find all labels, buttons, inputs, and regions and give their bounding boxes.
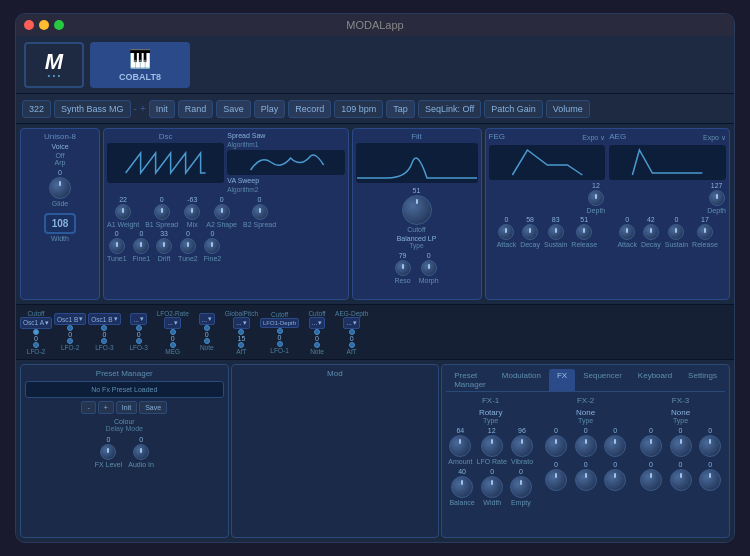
fx2-knob4[interactable] — [545, 469, 567, 491]
fx1-amount-label: Amount — [448, 458, 472, 465]
maximize-button[interactable] — [54, 20, 64, 30]
filter-type-val: Balanced LP — [356, 235, 478, 242]
feg-release-knob[interactable] — [576, 224, 592, 240]
fx3-knob5[interactable] — [670, 469, 692, 491]
minimize-button[interactable] — [39, 20, 49, 30]
fx1-empty-knob[interactable] — [510, 476, 532, 498]
tab-fx[interactable]: FX — [549, 369, 575, 391]
tab-settings[interactable]: Settings — [680, 369, 725, 391]
tune2-label: Tune2 — [178, 255, 198, 262]
fx2-knob5[interactable] — [575, 469, 597, 491]
fx2-knob6[interactable] — [604, 469, 626, 491]
play-button[interactable]: Play — [254, 100, 286, 118]
fx1-lforate-label: LFO Rate — [477, 458, 507, 465]
logo-area: M • • • — [24, 42, 84, 88]
fx3-knob3[interactable] — [699, 435, 721, 457]
fx1-width-knob[interactable] — [481, 476, 503, 498]
reso-knob[interactable] — [395, 260, 411, 276]
tab-keyboard[interactable]: Keyboard — [630, 369, 680, 391]
feg-depth-knob[interactable] — [588, 190, 604, 206]
preset-display[interactable]: 🎹 COBALT8 — [90, 42, 190, 88]
pm-init-btn[interactable]: Init — [116, 401, 137, 414]
close-button[interactable] — [24, 20, 34, 30]
aeg-label: AEG — [609, 132, 626, 141]
tb-sep2: + — [140, 103, 146, 114]
aeg-attack-knob[interactable] — [619, 224, 635, 240]
b2spread-knob[interactable] — [252, 204, 268, 220]
feg-attack-knob[interactable] — [498, 224, 514, 240]
mod-osc1b2-dropdown[interactable]: Osc1 B ▾ — [88, 313, 120, 325]
tb-sep1: - — [134, 103, 137, 114]
a1weight-knob[interactable] — [115, 204, 131, 220]
aeg-sustain-knob[interactable] — [668, 224, 684, 240]
mod-cutoff3-label: Cutoff — [308, 310, 325, 317]
glide-knob[interactable] — [49, 177, 71, 199]
fx1-amount-knob[interactable] — [449, 435, 471, 457]
pm-plus-btn[interactable]: + — [98, 401, 114, 414]
mod-col7-dropdown[interactable]: ... ▾ — [233, 317, 249, 329]
tap-button[interactable]: Tap — [386, 100, 415, 118]
feg-decay-knob[interactable] — [522, 224, 538, 240]
main-content: Unison-8 Voice Off Arp 0 Glide 108 Width — [16, 124, 734, 542]
fx2-knob1[interactable] — [545, 435, 567, 457]
morph-knob[interactable] — [421, 260, 437, 276]
mod-col10-dropdown[interactable]: ... ▾ — [343, 317, 359, 329]
init-button[interactable]: Init — [149, 100, 175, 118]
mod-lfo3-2-label: LFO-3 — [129, 344, 147, 351]
rand-button[interactable]: Rand — [178, 100, 214, 118]
aeg-depth-val: 127 — [711, 182, 723, 189]
algo2-label: Algorithm2 — [227, 186, 344, 193]
record-button[interactable]: Record — [288, 100, 331, 118]
fx3-type-name: None — [636, 408, 725, 417]
mod-col6-dropdown[interactable]: ... ▾ — [199, 313, 215, 325]
mod-osc1a-dropdown[interactable]: Osc1 A ▾ — [20, 317, 52, 329]
mod-col9-dropdown[interactable]: ... ▾ — [309, 317, 325, 329]
save-button[interactable]: Save — [216, 100, 251, 118]
fx2-col: FX-2 None Type 0 — [541, 396, 630, 506]
bottom-section: Preset Manager No Fx Preset Loaded - + I… — [16, 360, 734, 542]
fxlevel-knob[interactable] — [100, 444, 116, 460]
keyboard-icon: 🎹 — [129, 48, 151, 70]
aeg-decay-knob[interactable] — [643, 224, 659, 240]
fine2-knob[interactable] — [204, 238, 220, 254]
tune1-knob[interactable] — [109, 238, 125, 254]
cutoff-knob[interactable] — [402, 195, 432, 225]
b1spread-knob[interactable] — [154, 204, 170, 220]
fx3-knob2[interactable] — [670, 435, 692, 457]
fx1-balance-knob[interactable] — [451, 476, 473, 498]
tab-modulation[interactable]: Modulation — [494, 369, 549, 391]
fx3-knob6[interactable] — [699, 469, 721, 491]
fx1-vibrato-knob[interactable] — [511, 435, 533, 457]
fx2-type-name: None — [541, 408, 630, 417]
mod-col5-dropdown[interactable]: ... ▾ — [164, 317, 180, 329]
fine1-knob[interactable] — [133, 238, 149, 254]
feg-sustain-knob[interactable] — [548, 224, 564, 240]
fx1-lforate-knob[interactable] — [481, 435, 503, 457]
mod-lfo1depth-dropdown[interactable]: LFO1-Depth — [260, 318, 299, 328]
mod-val-8: 0 — [278, 334, 282, 341]
feg-sustain-val: 83 — [552, 216, 560, 223]
fx2-knob3[interactable] — [604, 435, 626, 457]
traffic-lights — [24, 20, 64, 30]
fx2-knob2[interactable] — [575, 435, 597, 457]
audioin-knob[interactable] — [133, 444, 149, 460]
tab-preset-manager[interactable]: Preset Manager — [446, 369, 494, 391]
cutoff-val: 51 — [413, 187, 421, 194]
aeg-release-knob[interactable] — [697, 224, 713, 240]
fx3-knob4[interactable] — [640, 469, 662, 491]
mod-col-4: ... ▾ 0 LFO-3 — [123, 313, 155, 351]
pm-save-btn[interactable]: Save — [139, 401, 167, 414]
fx1-balance-label: Balance — [449, 499, 474, 506]
feg-sustain-label: Sustain — [544, 241, 567, 248]
a2shape-knob[interactable] — [214, 204, 230, 220]
mix-knob[interactable] — [184, 204, 200, 220]
drift-knob[interactable] — [156, 238, 172, 254]
tab-sequencer[interactable]: Sequencer — [575, 369, 630, 391]
tune2-knob[interactable] — [180, 238, 196, 254]
fx3-knob1[interactable] — [640, 435, 662, 457]
pm-minus-btn[interactable]: - — [81, 401, 95, 414]
aeg-depth-knob[interactable] — [709, 190, 725, 206]
tune1-val: 0 — [115, 230, 119, 237]
mod-osc1b-dropdown[interactable]: Osc1 B ▾ — [54, 313, 86, 325]
mod-col4-dropdown[interactable]: ... ▾ — [130, 313, 146, 325]
